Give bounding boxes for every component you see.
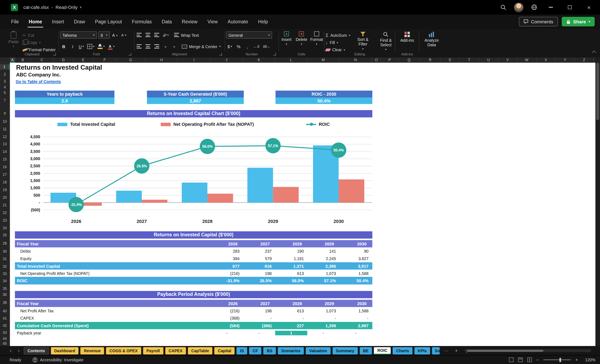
row-header-30[interactable]: 30	[0, 249, 9, 254]
cell[interactable]: -	[243, 331, 275, 335]
sheet-tab-bs[interactable]: BS	[263, 347, 276, 354]
cell[interactable]: 3,827	[339, 256, 372, 261]
row-label[interactable]: Equity	[15, 256, 210, 261]
increase-indent-button[interactable]: »	[170, 43, 178, 50]
addins-button[interactable]: Add-ins	[399, 31, 416, 43]
cell[interactable]: (216)	[210, 309, 243, 313]
sheet-tab-dashboard[interactable]: Dashboard	[51, 347, 79, 354]
row-label[interactable]: CAPEX	[15, 316, 210, 320]
collapse-ribbon-icon[interactable]	[592, 51, 596, 55]
cell[interactable]: 26.5%	[243, 278, 275, 283]
cell[interactable]: 613	[275, 271, 307, 276]
orientation-button[interactable]: ab▾	[162, 31, 169, 39]
row-header-43[interactable]: 43	[0, 330, 9, 335]
column-header-V[interactable]: V	[498, 57, 517, 63]
format-painter-button[interactable]: Format Painter	[23, 47, 56, 53]
cell[interactable]: 394	[210, 256, 243, 261]
row-header-13[interactable]: 13	[0, 142, 9, 147]
insert-cells-button[interactable]: +Insert▾	[280, 31, 293, 46]
merge-center-button[interactable]: ↔Merge & Center▾	[182, 43, 221, 50]
ribbon-tab-review[interactable]: Review	[177, 14, 202, 28]
row-header-16[interactable]: 16	[0, 164, 9, 170]
cell[interactable]: 1,181	[275, 256, 307, 261]
chevron-down-icon[interactable]: ▾	[80, 5, 82, 9]
delete-cells-button[interactable]: ×Delete▾	[295, 31, 308, 46]
cell[interactable]: 198	[243, 271, 275, 276]
column-header-C[interactable]: C	[31, 57, 54, 63]
document-title[interactable]: cat-cafe.xlsx - Read-Only	[23, 5, 77, 10]
row-header-3[interactable]: 3	[0, 79, 9, 84]
sheet-nav-left-button[interactable]: ‹	[8, 347, 14, 354]
cell[interactable]: 2,887	[339, 323, 372, 328]
dialog-launcher-icon[interactable]	[219, 53, 222, 55]
maximize-button[interactable]	[564, 2, 576, 12]
row-header-36[interactable]: 36	[0, 292, 9, 298]
cell[interactable]: 227	[275, 323, 307, 328]
status-ready[interactable]: Ready	[9, 357, 21, 362]
row-header-17[interactable]: 17	[0, 172, 9, 177]
row-header-38[interactable]: 38	[0, 300, 9, 306]
increase-decimal-button[interactable]: ←.0	[253, 43, 260, 50]
add-sheet-button[interactable]: +	[453, 348, 460, 353]
column-header-J[interactable]: J	[210, 57, 243, 63]
row-label[interactable]: Debts	[15, 249, 210, 254]
row-label[interactable]: Net Operating Profit After Tax (NOPAT)	[15, 271, 210, 276]
cell[interactable]: 1	[275, 331, 307, 335]
sheet-tab-charts[interactable]: Charts	[393, 347, 412, 354]
shrink-font-button[interactable]: A▼	[121, 31, 128, 39]
row-header-22[interactable]: 22	[0, 210, 9, 216]
autosum-button[interactable]: ΣAutoSum▾	[326, 32, 350, 38]
cell[interactable]: 190	[275, 249, 307, 254]
row-header-2[interactable]: 2	[0, 72, 9, 77]
ribbon-tab-view[interactable]: View	[202, 14, 223, 28]
cell[interactable]: 237	[243, 249, 275, 254]
sheet-tab-valuation[interactable]: Valuation	[306, 347, 331, 354]
column-header-E[interactable]: E	[73, 57, 93, 63]
column-header-N[interactable]: N	[339, 57, 372, 63]
row-header-41[interactable]: 41	[0, 316, 9, 321]
table-header-label[interactable]: Fiscal Year	[15, 242, 210, 246]
row-header-23[interactable]: 23	[0, 218, 9, 223]
cell[interactable]: 1,073	[307, 271, 339, 276]
column-header-X[interactable]: X	[536, 57, 556, 63]
row-header-11[interactable]: 11	[0, 127, 9, 132]
table-header-year[interactable]: 2029	[307, 242, 339, 246]
cell[interactable]: (216)	[210, 271, 243, 276]
bold-button[interactable]: B	[60, 43, 67, 50]
cell[interactable]: 56.0%	[275, 278, 307, 283]
row-header-33[interactable]: 33	[0, 271, 9, 276]
zoom-in-button[interactable]: +	[575, 357, 578, 362]
grow-font-button[interactable]: A▲	[112, 31, 119, 39]
row-header-4[interactable]: 4	[0, 84, 9, 90]
ribbon-tab-formulas[interactable]: Formulas	[127, 14, 157, 28]
row-header-21[interactable]: 21	[0, 203, 9, 208]
kpi-value[interactable]: 2.8	[15, 98, 114, 104]
cell[interactable]: 57.1%	[307, 278, 339, 283]
table-header-year[interactable]: 2030	[339, 301, 372, 306]
middle-align-button[interactable]	[144, 31, 151, 39]
sheet-tab-be[interactable]: BE	[360, 347, 372, 354]
cell[interactable]: 1,073	[307, 309, 339, 313]
cells-area[interactable]: Returns on Invested Capital ABC Company …	[10, 63, 595, 346]
row-label[interactable]: Net Profit After Tax	[15, 309, 210, 313]
ribbon-tab-automate[interactable]: Automate	[223, 14, 253, 28]
cell[interactable]: 816	[243, 264, 275, 268]
row-header-10[interactable]: 10	[0, 119, 9, 124]
horizontal-scrollbar-thumb[interactable]	[467, 350, 543, 352]
page-break-view-button[interactable]	[527, 357, 532, 362]
sheet-tab-capital[interactable]: Capital	[214, 347, 235, 354]
cell[interactable]: -	[243, 316, 275, 320]
sheet-tab-so[interactable]: So	[432, 347, 440, 354]
font-color-button[interactable]: A▾	[107, 43, 115, 50]
cell[interactable]: 579	[243, 256, 275, 261]
font-name-select[interactable]: Tahoma▾	[60, 31, 97, 39]
column-header-A[interactable]: A	[10, 57, 15, 63]
row-label[interactable]: Cumulative Cash Generated (Spent)	[15, 323, 210, 328]
table-header-year[interactable]: 2030	[339, 242, 372, 246]
table-header-year[interactable]: 2029	[307, 301, 339, 306]
ribbon-tab-data[interactable]: Data	[157, 14, 177, 28]
clear-button[interactable]: Clear▾	[326, 47, 350, 53]
row-header-32[interactable]: 32	[0, 264, 9, 269]
cell[interactable]: (386)	[243, 323, 275, 328]
underline-button[interactable]: U▾	[78, 43, 85, 50]
